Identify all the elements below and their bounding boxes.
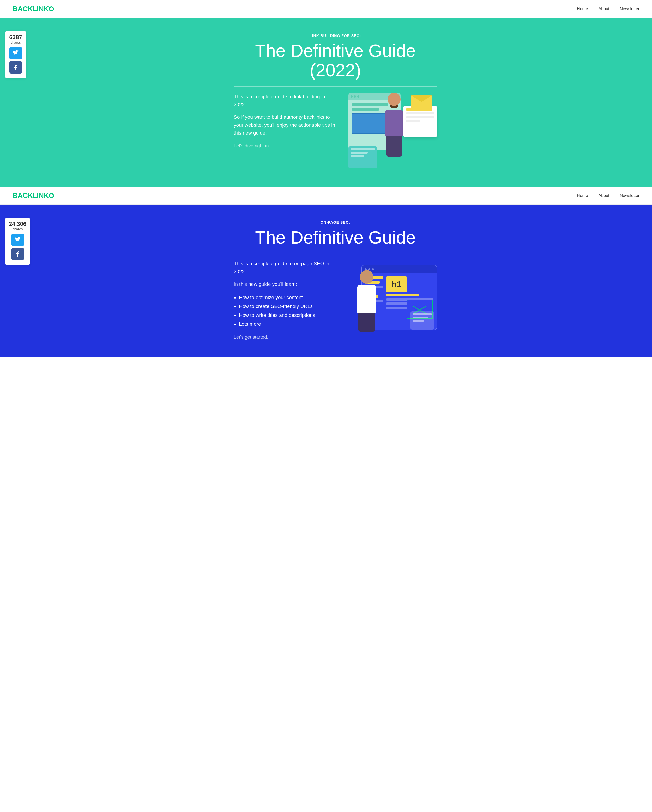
hero-section-2: 24,306 shares ON-PAGE SEO: The Definitiv…: [0, 205, 652, 357]
hero-cta-1[interactable]: Let's dive right in.: [234, 143, 270, 148]
hero-cta-2[interactable]: Let's get started.: [234, 334, 268, 340]
person-body-1: [385, 110, 403, 136]
illus1: [348, 93, 437, 171]
hero-eyebrow-1: LINK BUILDING FOR SEO:: [234, 34, 437, 38]
dbl3: [412, 320, 424, 322]
share-widget-1: 6387 shares: [5, 31, 26, 78]
hero-illustration-1: [348, 93, 437, 171]
person-head-1: [388, 93, 401, 106]
nav-home-1[interactable]: Home: [577, 6, 588, 11]
bdot2: [354, 95, 356, 98]
nav-newsletter-1[interactable]: Newsletter: [620, 6, 640, 11]
share-widget-2: 24,306 shares: [5, 218, 30, 265]
hero-divider-1: [234, 86, 437, 87]
p2-pants: [358, 313, 375, 332]
hero-list-2: How to optimize your content How to crea…: [239, 293, 338, 329]
doc-bottom-2: [411, 311, 434, 330]
nav-about-1[interactable]: About: [599, 6, 609, 11]
nav-home-2[interactable]: Home: [577, 193, 588, 198]
hero-body1-2: This is a complete guide to on-page SEO …: [234, 260, 338, 276]
hero-body-1: This is a complete guide to link buildin…: [234, 93, 437, 171]
person-2: [354, 270, 380, 338]
list-item-3: How to write titles and descriptions: [239, 311, 338, 320]
hero-content-1: LINK BUILDING FOR SEO: The Definitive Gu…: [234, 34, 437, 171]
h1-badge-2: h1: [386, 276, 407, 292]
facebook-icon-2: [15, 251, 21, 257]
hero-text-1: This is a complete guide to link buildin…: [234, 93, 338, 150]
nav-newsletter-2[interactable]: Newsletter: [620, 193, 640, 198]
tdline3: [351, 155, 364, 157]
p2-head: [360, 270, 374, 284]
facebook-icon-1: [12, 64, 19, 70]
rl1: [386, 294, 419, 296]
envelope-1: [411, 95, 432, 111]
hero-text-2: This is a complete guide to on-page SEO …: [234, 260, 338, 341]
twitter-icon-1: [12, 50, 19, 56]
twitter-share-btn-2[interactable]: [11, 234, 24, 246]
list-item-4: Lots more: [239, 320, 338, 328]
hero-body1-1: This is a complete guide to link buildin…: [234, 93, 338, 109]
nav-links-1: Home About Newsletter: [577, 6, 640, 11]
hero-divider-2: [234, 253, 437, 253]
bdot1: [351, 95, 353, 98]
logo-o-1: [49, 6, 54, 11]
navbar-1: BACKLINK Home About Newsletter: [0, 0, 652, 18]
hero-body-2: This is a complete guide to on-page SEO …: [234, 260, 437, 341]
twitter-icon-2: [15, 237, 21, 243]
twitter-share-btn-1[interactable]: [9, 47, 22, 60]
list-item-1: How to optimize your content: [239, 293, 338, 302]
logo-2[interactable]: BACKLINK: [12, 191, 54, 200]
hero-eyebrow-2: ON-PAGE SEO:: [234, 220, 437, 224]
share-count-1: 6387: [9, 34, 23, 40]
share-count-2: 24,306: [9, 221, 26, 227]
tdline2: [351, 152, 368, 154]
nav-about-2[interactable]: About: [599, 193, 609, 198]
logo-1[interactable]: BACKLINK: [12, 5, 54, 13]
logo-text-1: BACKLINK: [12, 5, 49, 13]
person-1: [382, 93, 406, 160]
dbl2: [412, 317, 428, 318]
tdline1: [351, 148, 375, 150]
logo-o-2: [49, 193, 54, 198]
facebook-share-btn-1[interactable]: [9, 61, 22, 73]
fline4: [406, 120, 420, 122]
hero-title-2: The Definitive Guide: [234, 227, 437, 247]
hero-title-1: The Definitive Guide (2022): [234, 41, 437, 80]
person-legs-1: [386, 136, 402, 157]
hero-section-1: 6387 shares LINK BUILDING FOR SEO: The D…: [0, 18, 652, 187]
hero-body2-2: In this new guide you'll learn:: [234, 280, 338, 288]
hero-body2-1: So if you want to build authority backli…: [234, 113, 338, 137]
list-item-2: How to create SEO-friendly URLs: [239, 302, 338, 311]
share-label-2: shares: [9, 227, 26, 231]
share-label-1: shares: [9, 40, 23, 44]
bline2: [351, 108, 379, 111]
facebook-share-btn-2[interactable]: [11, 248, 24, 260]
logo-text-2: BACKLINK: [12, 191, 49, 200]
fline2: [406, 112, 435, 114]
hero-illustration-2: h1: [348, 260, 437, 338]
p2-body: [357, 285, 376, 313]
teal-doc-1: [348, 146, 377, 168]
dbl1: [412, 313, 432, 315]
fline3: [406, 116, 435, 118]
illus2: h1: [348, 260, 437, 338]
hero-content-2: ON-PAGE SEO: The Definitive Guide This i…: [234, 220, 437, 341]
navbar-2: BACKLINK Home About Newsletter: [0, 187, 652, 205]
bdot3: [357, 95, 359, 98]
nav-links-2: Home About Newsletter: [577, 193, 640, 198]
